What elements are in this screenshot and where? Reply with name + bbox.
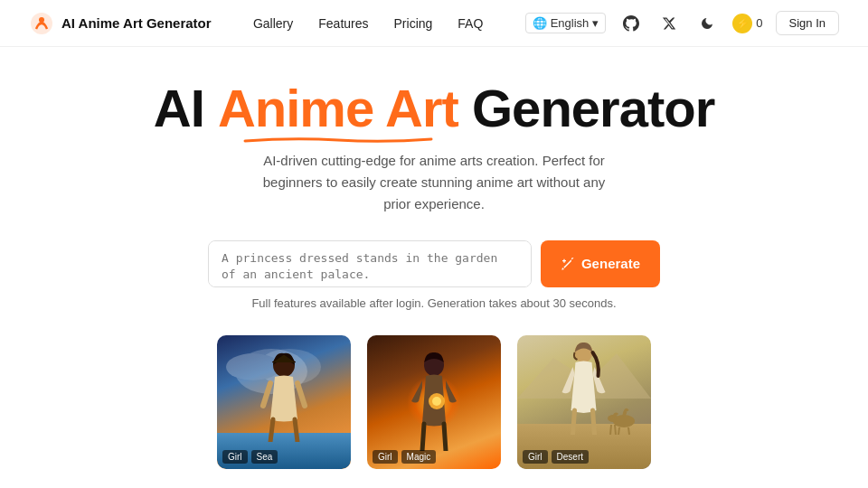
gallery-card-2[interactable]: Girl Magic [367,335,501,469]
svg-point-5 [432,397,441,406]
svg-line-10 [610,425,611,435]
svg-point-1 [39,17,44,23]
chevron-down-icon: ▾ [592,16,599,30]
credits-badge: ⚡ [732,14,752,33]
signin-button[interactable]: Sign In [776,11,839,35]
lang-icon: 🌐 [533,16,547,30]
generate-label: Generate [581,256,640,271]
logo[interactable]: AI Anime Art Generator [29,11,212,36]
nav-pricing[interactable]: Pricing [394,16,433,31]
figure-1 [252,352,316,442]
tag-magic: Magic [401,450,437,464]
figure-2 [402,352,466,451]
svg-line-11 [615,425,616,435]
svg-line-12 [618,427,619,435]
wand-icon [561,257,575,271]
tag-girl-3: Girl [523,450,548,464]
hero-title: AI Anime Art Generator [154,80,714,137]
gallery-section: Girl Sea Girl Magic [0,335,868,469]
tag-girl-2: Girl [373,450,398,464]
card-2-tags: Girl Magic [373,450,436,464]
lang-label: English [551,16,590,30]
tag-sea: Sea [251,450,278,464]
credits-area: ⚡ 0 [732,14,762,33]
nav-gallery[interactable]: Gallery [253,16,293,31]
nav-links: Gallery Features Pricing FAQ [253,16,483,31]
card-1-tags: Girl Sea [222,450,278,464]
title-part2: Generator [458,79,714,137]
prompt-input[interactable] [208,240,532,287]
gallery-card-1[interactable]: Girl Sea [217,335,351,469]
hint-text: Full features available after login. Gen… [251,296,616,310]
figure-3 [555,340,614,435]
accent-underline [218,136,458,143]
dark-mode-icon[interactable] [694,11,720,36]
gallery-card-3[interactable]: Girl Desert [517,335,651,469]
hero-subtitle: AI-driven cutting-edge for anime arts cr… [262,150,606,215]
nav-features[interactable]: Features [318,16,368,31]
svg-line-13 [628,427,629,435]
prompt-area: Generate [208,240,660,287]
logo-text: AI Anime Art Generator [61,15,212,31]
hero-section: AI Anime Art Generator AI-driven cutting… [0,47,868,310]
credits-icon: ⚡ [736,17,750,30]
camels [606,399,646,435]
tag-desert: Desert [552,450,589,464]
title-part1: AI [154,79,218,137]
title-accent: Anime Art [218,80,458,137]
nav-right: 🌐 English ▾ ⚡ 0 Sign In [525,11,839,36]
twitter-icon[interactable] [656,11,682,36]
nav-faq[interactable]: FAQ [458,16,483,31]
tag-girl-1: Girl [222,450,248,464]
language-selector[interactable]: 🌐 English ▾ [525,13,607,33]
github-icon[interactable] [618,11,644,36]
card-3-tags: Girl Desert [523,450,589,464]
credits-count: 0 [756,16,762,30]
navbar: AI Anime Art Generator Gallery Features … [0,0,868,47]
generate-button[interactable]: Generate [541,240,660,287]
logo-icon [29,11,54,36]
